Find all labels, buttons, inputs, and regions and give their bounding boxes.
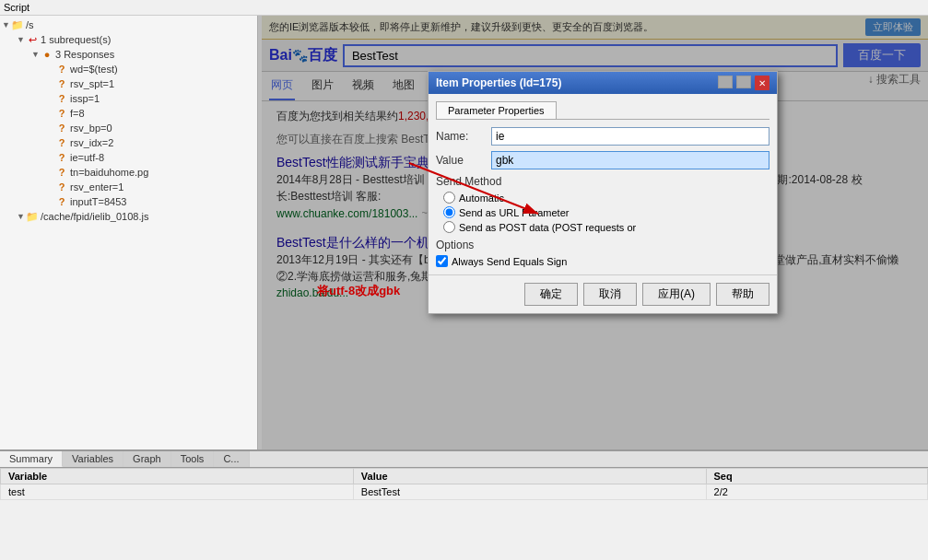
tree-expand-icon: ▼	[2, 20, 11, 29]
top-bar: Script	[0, 0, 928, 16]
tree-item-13[interactable]: ▼📁/cache/fpid/ielib_0108.js	[2, 209, 255, 224]
modal-btn-取消[interactable]: 取消	[583, 283, 637, 306]
tree-expand-icon: ▼	[31, 50, 41, 59]
tree-item-label: rsv_bp=0	[70, 122, 112, 134]
param-icon: ?	[55, 107, 68, 120]
param-icon: ?	[55, 136, 68, 149]
send-method-option-0: Automatic	[443, 192, 769, 204]
param-icon: ?	[55, 92, 68, 105]
modal-btn-帮助[interactable]: 帮助	[716, 283, 769, 306]
value-form-row: Value	[436, 151, 769, 169]
param-icon: ?	[55, 77, 68, 90]
name-input[interactable]	[491, 127, 769, 146]
param-icon: ?	[55, 166, 68, 179]
table-cell-0-2: 2/2	[706, 484, 927, 500]
tree-item-8[interactable]: ?rsv_idx=2	[2, 135, 255, 150]
bottom-tab-Summary[interactable]: Summary	[0, 451, 63, 467]
modal-body: Parameter Properties Name: Value	[429, 94, 777, 274]
send-method-option-label-1: Send as URL Parameter	[459, 207, 569, 218]
param-icon: ?	[55, 122, 68, 134]
param-icon: ?	[55, 195, 68, 208]
tree-item-label: tn=baiduhome.pg	[70, 167, 148, 178]
tree-item-label: rsv_enter=1	[70, 181, 123, 192]
tree-item-5[interactable]: ?issp=1	[2, 91, 255, 106]
send-method-label: Send Method	[436, 175, 769, 188]
param-icon: ?	[55, 181, 68, 193]
modal-minimize-btn[interactable]	[718, 76, 733, 88]
modal-btn-应用(A)[interactable]: 应用(A)	[642, 283, 711, 306]
modal-title: Item Properties (Id=175)	[436, 76, 561, 89]
bottom-tab-C...[interactable]: C...	[214, 451, 249, 467]
tree-item-4[interactable]: ?rsv_spt=1	[2, 76, 255, 91]
tree-item-label: rsv_idx=2	[70, 137, 113, 148]
name-form-row: Name:	[436, 127, 769, 146]
send-method-section: Send Method AutomaticSend as URL Paramet…	[436, 175, 769, 233]
tree-item-label: wd=$(test)	[70, 64, 118, 75]
modal-close-btn[interactable]: ✕	[755, 76, 769, 90]
send-method-radio-2[interactable]	[443, 221, 455, 233]
modal-overlay: Item Properties (Id=175) ✕ Parameter Pro…	[262, 16, 928, 449]
variables-table: VariableValueSeq testBestTest2/2	[0, 468, 928, 500]
options-section: Options Always Send Equals Sign	[436, 239, 769, 267]
tree-item-0[interactable]: ▼📁/s	[2, 18, 255, 32]
tree-item-label: /cache/fpid/ielib_0108.js	[41, 211, 148, 222]
value-label: Value	[436, 154, 491, 167]
table-cell-0-0: test	[1, 484, 354, 500]
tree-item-12[interactable]: ?inputT=8453	[2, 194, 255, 209]
name-label: Name:	[436, 130, 491, 143]
modal-btn-确定[interactable]: 确定	[524, 283, 578, 306]
always-send-label: Always Send Equals Sign	[452, 256, 567, 267]
tree-container: ▼📁/s▼↩1 subrequest(s)▼●3 Responses?wd=$(…	[0, 16, 257, 449]
table-header-Seq: Seq	[706, 469, 927, 484]
always-send-checkbox[interactable]	[436, 255, 448, 267]
top-bar-label: Script	[4, 2, 29, 13]
tree-item-label: rsv_spt=1	[70, 78, 114, 89]
send-method-option-label-0: Automatic	[459, 192, 504, 204]
tree-item-label: inputT=8453	[70, 196, 126, 207]
table-header-Value: Value	[353, 469, 706, 484]
tree-item-label: ie=utf-8	[70, 152, 104, 163]
right-panel: 您的IE浏览器版本较低，即将停止更新维护，建议升级到更快、更安全的百度浏览器。 …	[262, 16, 928, 449]
tree-item-3[interactable]: ?wd=$(test)	[2, 62, 255, 76]
bottom-panel: SummaryVariablesGraphToolsC... VariableV…	[0, 449, 928, 560]
modal-tabs: Parameter Properties	[436, 101, 769, 120]
send-method-option-2: Send as POST data (POST requests or	[443, 221, 769, 233]
bottom-tab-Variables[interactable]: Variables	[63, 451, 123, 467]
table-cell-0-1: BestTest	[353, 484, 706, 500]
tree-expand-icon: ▼	[17, 35, 26, 44]
modal: Item Properties (Id=175) ✕ Parameter Pro…	[428, 71, 778, 314]
send-method-radio-0[interactable]	[443, 192, 455, 204]
options-label: Options	[436, 239, 769, 251]
bottom-tabs: SummaryVariablesGraphToolsC...	[0, 451, 928, 468]
modal-maximize-btn[interactable]	[736, 76, 751, 88]
tree-item-1[interactable]: ▼↩1 subrequest(s)	[2, 32, 255, 47]
tree-item-7[interactable]: ?rsv_bp=0	[2, 121, 255, 135]
tree-item-11[interactable]: ?rsv_enter=1	[2, 180, 255, 194]
send-method-radio-1[interactable]	[443, 206, 455, 218]
modal-tab-label: Parameter Properties	[448, 105, 545, 116]
tree-expand-icon: ▼	[17, 212, 26, 221]
param-icon: ?	[55, 151, 68, 164]
tree-item-10[interactable]: ?tn=baiduhome.pg	[2, 165, 255, 180]
modal-tab-params[interactable]: Parameter Properties	[436, 101, 557, 119]
tree-item-9[interactable]: ?ie=utf-8	[2, 150, 255, 165]
left-panel: ▼📁/s▼↩1 subrequest(s)▼●3 Responses?wd=$(…	[0, 16, 258, 449]
bottom-tab-Tools[interactable]: Tools	[171, 451, 215, 467]
param-icon: ?	[55, 63, 68, 76]
folder-icon: 📁	[26, 210, 39, 223]
value-input[interactable]	[491, 151, 769, 169]
send-method-options: AutomaticSend as URL ParameterSend as PO…	[443, 192, 769, 233]
tree-item-label: /s	[26, 19, 34, 30]
tree-item-6[interactable]: ?f=8	[2, 106, 255, 121]
table-header-Variable: Variable	[1, 469, 354, 484]
send-method-option-1: Send as URL Parameter	[443, 206, 769, 218]
tree-item-label: 1 subrequest(s)	[41, 34, 111, 45]
tree-item-2[interactable]: ▼●3 Responses	[2, 47, 255, 62]
bottom-content: VariableValueSeq testBestTest2/2	[0, 468, 928, 560]
modal-title-bar: Item Properties (Id=175) ✕	[429, 72, 777, 94]
response-icon: ●	[41, 48, 53, 61]
table-row-0: testBestTest2/2	[1, 484, 928, 500]
bottom-tab-Graph[interactable]: Graph	[123, 451, 171, 467]
tree-item-label: f=8	[70, 108, 85, 119]
folder-icon: 📁	[11, 18, 24, 31]
